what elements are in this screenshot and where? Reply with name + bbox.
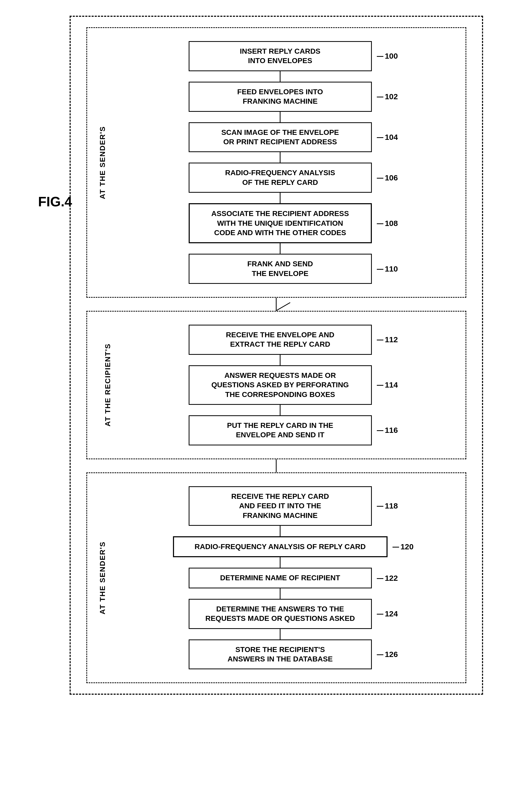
flow-box-124: DETERMINE THE ANSWERS TO THEREQUESTS MAD… — [189, 599, 372, 629]
senders-bottom-label: AT THE SENDER'S — [98, 541, 107, 614]
flow-box-110: FRANK AND SENDTHE ENVELOPE — [189, 254, 372, 284]
ref-100: 100 — [385, 51, 398, 61]
box-wrapper-120: RADIO-FREQUENCY ANALYSIS OF REPLY CARD 1… — [173, 536, 388, 557]
senders-top-flow: INSERT REPLY CARDSINTO ENVELOPES 100 FEE… — [116, 41, 445, 284]
flow-row-126: STORE THE RECIPIENT'SANSWERS IN THE DATA… — [116, 639, 445, 670]
flow-row-116: PUT THE REPLY CARD IN THEENVELOPE AND SE… — [116, 415, 445, 445]
box-wrapper-124: DETERMINE THE ANSWERS TO THEREQUESTS MAD… — [189, 599, 372, 629]
ref-108: 108 — [385, 219, 398, 228]
flow-box-114: ANSWER REQUESTS MADE ORQUESTIONS ASKED B… — [189, 365, 372, 405]
ref-116: 116 — [385, 426, 398, 435]
ref-110: 110 — [385, 264, 398, 273]
flow-row-114: ANSWER REQUESTS MADE ORQUESTIONS ASKED B… — [116, 365, 445, 405]
flow-box-106: RADIO-FREQUENCY ANALYSISOF THE REPLY CAR… — [189, 162, 372, 193]
connector-124-126 — [280, 629, 280, 639]
section-senders-bottom: AT THE SENDER'S RECEIVE THE REPLY CARDAN… — [86, 473, 466, 683]
section-senders-top: AT THE SENDER'S INSERT REPLY CARDSINTO E… — [86, 27, 466, 298]
connector-120-122 — [280, 557, 280, 568]
flow-row-112: RECEIVE THE ENVELOPE ANDEXTRACT THE REPL… — [116, 325, 445, 355]
connector-122-124 — [280, 588, 280, 599]
inter-section-connector-bottom — [86, 459, 466, 473]
flow-row-104: SCAN IMAGE OF THE ENVELOPEOR PRINT RECIP… — [116, 122, 445, 152]
flow-box-120: RADIO-FREQUENCY ANALYSIS OF REPLY CARD — [173, 536, 388, 557]
flow-row-110: FRANK AND SENDTHE ENVELOPE 110 — [116, 254, 445, 284]
flow-row-108: ASSOCIATE THE RECIPIENT ADDRESSWITH THE … — [116, 203, 445, 243]
ref-122: 122 — [385, 574, 398, 583]
connector-104-106 — [280, 152, 280, 162]
recipients-label: AT THE RECIPIENT'S — [104, 344, 112, 427]
connector-108-110 — [280, 243, 280, 254]
flow-box-126: STORE THE RECIPIENT'SANSWERS IN THE DATA… — [189, 639, 372, 670]
section-recipients: AT THE RECIPIENT'S RECEIVE THE ENVELOPE … — [86, 311, 466, 459]
ref-114: 114 — [385, 380, 398, 389]
diagonal-tick — [276, 302, 290, 311]
box-wrapper-106: RADIO-FREQUENCY ANALYSISOF THE REPLY CAR… — [189, 162, 372, 193]
box-wrapper-104: SCAN IMAGE OF THE ENVELOPEOR PRINT RECIP… — [189, 122, 372, 152]
flow-row-122: DETERMINE NAME OF RECIPIENT 122 — [116, 568, 445, 588]
box-wrapper-118: RECEIVE THE REPLY CARDAND FEED IT INTO T… — [189, 486, 372, 526]
ref-102: 102 — [385, 92, 398, 101]
inter-section-connector-top — [86, 298, 466, 311]
senders-top-label: AT THE SENDER'S — [98, 126, 107, 199]
flow-row-106: RADIO-FREQUENCY ANALYSISOF THE REPLY CAR… — [116, 162, 445, 193]
box-wrapper-114: ANSWER REQUESTS MADE ORQUESTIONS ASKED B… — [189, 365, 372, 405]
connector-102-104 — [280, 112, 280, 122]
flow-row-118: RECEIVE THE REPLY CARDAND FEED IT INTO T… — [116, 486, 445, 526]
flow-box-102: FEED ENVELOPES INTOFRANKING MACHINE — [189, 82, 372, 112]
flow-box-116: PUT THE REPLY CARD IN THEENVELOPE AND SE… — [189, 415, 372, 445]
outer-border: AT THE SENDER'S INSERT REPLY CARDSINTO E… — [70, 16, 483, 695]
ref-104: 104 — [385, 133, 398, 142]
connector-114-116 — [280, 405, 280, 415]
flow-row-100: INSERT REPLY CARDSINTO ENVELOPES 100 — [116, 41, 445, 71]
flow-row-102: FEED ENVELOPES INTOFRANKING MACHINE 102 — [116, 82, 445, 112]
recipients-flow: RECEIVE THE ENVELOPE ANDEXTRACT THE REPL… — [116, 325, 445, 445]
ref-126: 126 — [385, 650, 398, 659]
connector-118-120 — [280, 526, 280, 536]
connector-106-108 — [280, 193, 280, 203]
box-wrapper-122: DETERMINE NAME OF RECIPIENT 122 — [189, 568, 372, 588]
box-wrapper-110: FRANK AND SENDTHE ENVELOPE 110 — [189, 254, 372, 284]
box-wrapper-116: PUT THE REPLY CARD IN THEENVELOPE AND SE… — [189, 415, 372, 445]
ref-124: 124 — [385, 609, 398, 618]
box-wrapper-126: STORE THE RECIPIENT'SANSWERS IN THE DATA… — [189, 639, 372, 670]
box-wrapper-108: ASSOCIATE THE RECIPIENT ADDRESSWITH THE … — [189, 203, 372, 243]
flow-box-104: SCAN IMAGE OF THE ENVELOPEOR PRINT RECIP… — [189, 122, 372, 152]
ref-106: 106 — [385, 173, 398, 182]
flow-box-122: DETERMINE NAME OF RECIPIENT — [189, 568, 372, 588]
connector-100-102 — [280, 71, 280, 82]
flow-row-120: RADIO-FREQUENCY ANALYSIS OF REPLY CARD 1… — [116, 536, 445, 557]
ref-120: 120 — [400, 542, 413, 551]
box-wrapper-102: FEED ENVELOPES INTOFRANKING MACHINE 102 — [189, 82, 372, 112]
senders-bottom-flow: RECEIVE THE REPLY CARDAND FEED IT INTO T… — [116, 486, 445, 670]
connector-112-114 — [280, 355, 280, 365]
page-container: FIG.4 AT THE SENDER'S INSERT REPLY CARDS… — [38, 16, 483, 695]
ref-112: 112 — [385, 335, 398, 344]
ref-118: 118 — [385, 501, 398, 510]
connector-110-112 — [276, 298, 277, 311]
flow-box-100: INSERT REPLY CARDSINTO ENVELOPES — [189, 41, 372, 71]
figure-label: FIG.4 — [38, 194, 72, 210]
flow-row-124: DETERMINE THE ANSWERS TO THEREQUESTS MAD… — [116, 599, 445, 629]
flow-box-118: RECEIVE THE REPLY CARDAND FEED IT INTO T… — [189, 486, 372, 526]
box-wrapper-100: INSERT REPLY CARDSINTO ENVELOPES 100 — [189, 41, 372, 71]
connector-116-118 — [276, 459, 277, 473]
flow-box-108: ASSOCIATE THE RECIPIENT ADDRESSWITH THE … — [189, 203, 372, 243]
box-wrapper-112: RECEIVE THE ENVELOPE ANDEXTRACT THE REPL… — [189, 325, 372, 355]
flow-box-112: RECEIVE THE ENVELOPE ANDEXTRACT THE REPL… — [189, 325, 372, 355]
